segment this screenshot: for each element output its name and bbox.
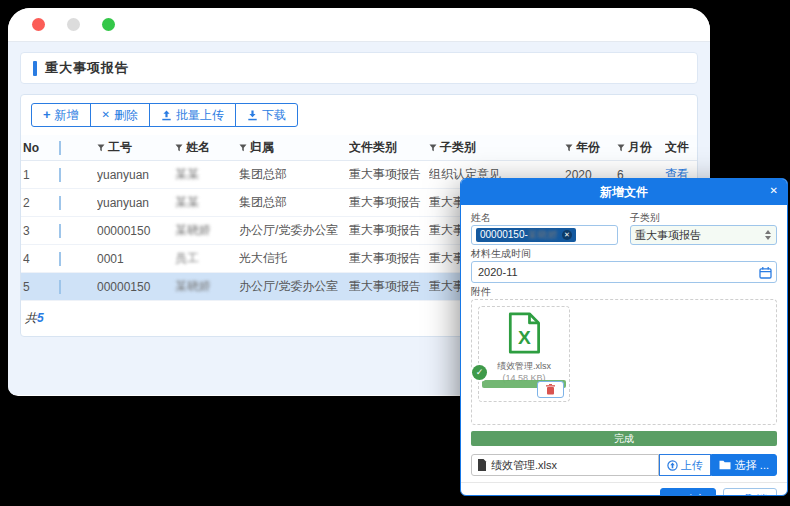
name-tag: 00000150-某晓娇 ✕ (476, 228, 576, 242)
filter-icon (97, 144, 105, 152)
maximize-window-button[interactable] (102, 18, 115, 31)
row-category: 重大事项报告 (349, 222, 429, 239)
material-date-field[interactable] (471, 261, 777, 283)
col-header-file: 文件 (665, 139, 697, 156)
row-checkbox[interactable] (59, 280, 61, 294)
select-all-checkbox[interactable] (59, 141, 61, 155)
download-label: 下载 (262, 108, 286, 122)
row-checkbox[interactable] (59, 196, 61, 210)
subcategory-field-label: 子类别 (630, 212, 777, 223)
col-header-org[interactable]: 归属 (239, 139, 349, 156)
batch-upload-label: 批量上传 (176, 108, 224, 122)
row-name: 某某 (175, 166, 239, 183)
row-no: 1 (23, 168, 59, 182)
download-icon (247, 110, 258, 121)
row-checkbox[interactable] (59, 224, 61, 238)
modal-header: 新增文件 ✕ (461, 179, 787, 205)
download-button[interactable]: 下载 (235, 103, 298, 127)
file-input-group: 绩效管理.xlsx 上传 选择 ... (471, 454, 777, 476)
name-tag-text: 00000150-某晓娇 (480, 229, 558, 241)
attachment-label: 附件 (471, 286, 777, 297)
row-org: 集团总部 (239, 166, 349, 183)
excel-file-icon: X (505, 312, 543, 354)
col-header-category: 文件类别 (349, 139, 429, 156)
subcategory-select[interactable]: 重大事项报告 (630, 225, 777, 245)
cancel-button-label: 取消 (745, 492, 767, 496)
row-name: 某某 (175, 194, 239, 211)
calendar-icon[interactable] (759, 266, 772, 279)
row-category: 重大事项报告 (349, 194, 429, 211)
col-header-year[interactable]: 年份 (565, 139, 617, 156)
row-category: 重大事项报告 (349, 250, 429, 267)
row-employee-id: yuanyuan (97, 168, 175, 182)
minimize-window-button[interactable] (67, 18, 80, 31)
close-icon[interactable]: ✕ (770, 185, 778, 196)
col-header-name[interactable]: 姓名 (175, 139, 239, 156)
col-header-subcategory[interactable]: 子类别 (429, 139, 565, 156)
upload-button[interactable]: 上传 (659, 454, 711, 476)
row-category: 重大事项报告 (349, 166, 429, 183)
total-value: 5 (37, 311, 44, 325)
row-employee-id: 00000150 (97, 280, 175, 294)
filter-icon (565, 144, 573, 152)
row-select (59, 280, 97, 294)
row-select (59, 252, 97, 266)
page-header: 重大事项报告 (20, 52, 698, 84)
delete-button[interactable]: ✕ 删除 (90, 103, 150, 127)
batch-upload-button[interactable]: 批量上传 (149, 103, 236, 127)
selected-file-display: 绩效管理.xlsx (471, 454, 659, 476)
attachment-dropzone[interactable]: X 绩效管理.xlsx (14.58 KB) ✓ (471, 299, 777, 425)
filter-icon (429, 144, 437, 152)
row-name: 员工 (175, 250, 239, 267)
document-icon (477, 459, 487, 471)
row-no: 4 (23, 252, 59, 266)
name-field-label: 姓名 (471, 212, 618, 223)
delete-file-button[interactable] (537, 381, 564, 398)
add-button-label: 新增 (55, 108, 79, 122)
remove-tag-icon[interactable]: ✕ (562, 230, 572, 240)
save-icon (670, 495, 680, 497)
row-category: 重大事项报告 (349, 278, 429, 295)
modal-title: 新增文件 (600, 184, 648, 201)
upload-button-label: 上传 (681, 458, 703, 473)
folder-icon (719, 460, 731, 470)
selected-file-name: 绩效管理.xlsx (491, 458, 557, 473)
modal-body: 姓名 00000150-某晓娇 ✕ 子类别 重大事项报告 (461, 205, 787, 427)
delete-button-label: 删除 (114, 108, 138, 122)
upload-status-text: 完成 (614, 432, 634, 446)
choose-file-button[interactable]: 选择 ... (711, 454, 777, 476)
toolbar: + 新增 ✕ 删除 批量上传 下载 (21, 95, 697, 135)
close-window-button[interactable] (32, 18, 45, 31)
row-org: 办公厅/党委办公室 (239, 222, 349, 239)
table-header-row: No 工号 姓名 归属 文件类别 子类别 年份 月份 文件 (21, 135, 697, 161)
row-name: 某晓娇 (175, 278, 239, 295)
upload-circle-icon (667, 460, 678, 471)
confirm-button[interactable]: 确定 (660, 488, 716, 496)
filter-icon (175, 144, 183, 152)
choose-button-label: 选择 ... (735, 458, 769, 473)
confirm-button-label: 确定 (684, 492, 706, 496)
filter-icon (617, 144, 625, 152)
col-header-month[interactable]: 月份 (617, 139, 665, 156)
add-button[interactable]: + 新增 (31, 103, 91, 127)
name-field[interactable]: 00000150-某晓娇 ✕ (471, 225, 618, 245)
subcategory-value: 重大事项报告 (635, 228, 701, 243)
cancel-button[interactable]: ↺ 取消 (723, 488, 777, 496)
screenshot-stage: 重大事项报告 + 新增 ✕ 删除 (0, 0, 790, 506)
date-input[interactable] (476, 265, 576, 279)
col-header-select (59, 141, 97, 155)
row-checkbox[interactable] (59, 252, 61, 266)
page-title: 重大事项报告 (45, 59, 129, 77)
row-checkbox[interactable] (59, 168, 61, 182)
window-titlebar (8, 8, 710, 42)
row-no: 3 (23, 224, 59, 238)
col-header-no: No (23, 141, 59, 155)
row-name: 某晓娇 (175, 222, 239, 239)
svg-text:X: X (518, 327, 531, 348)
row-org: 集团总部 (239, 194, 349, 211)
trash-icon (546, 384, 555, 395)
col-header-employee-id[interactable]: 工号 (97, 139, 175, 156)
uploaded-file-name: 绩效管理.xlsx (479, 360, 569, 373)
row-no: 5 (23, 280, 59, 294)
modal-footer: 确定 ↺ 取消 (461, 482, 787, 496)
